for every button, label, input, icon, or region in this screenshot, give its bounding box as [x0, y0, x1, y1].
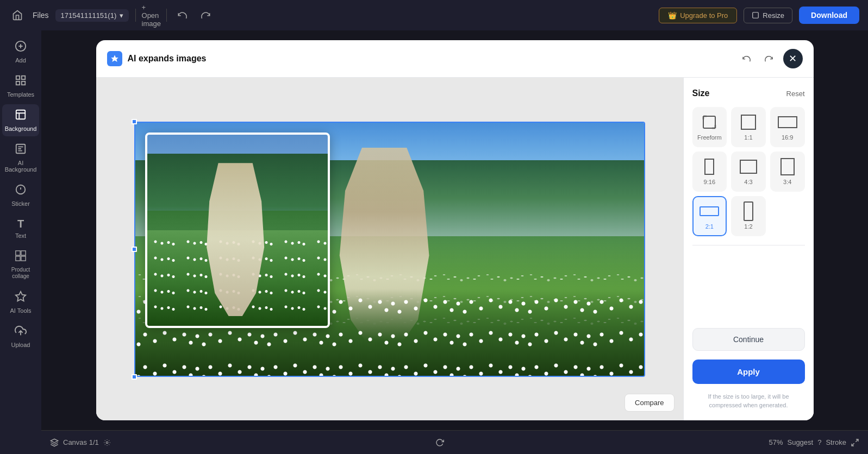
sidebar-item-label: Background: [5, 125, 37, 132]
help-icon[interactable]: ?: [817, 438, 821, 446]
bottom-bar-right: 57% Suggest ? Stroke: [769, 438, 859, 447]
modal-undo-button[interactable]: [738, 50, 755, 67]
divider-2: [166, 9, 167, 22]
3-4-icon: [777, 158, 798, 175]
16-9-icon: [777, 114, 798, 131]
filename-badge[interactable]: 171541111151(1) ▾: [55, 9, 129, 22]
svg-rect-14: [21, 256, 26, 261]
sidebar-item-upload[interactable]: Upload: [2, 320, 39, 352]
svg-rect-12: [21, 251, 26, 255]
suggest-label[interactable]: Suggest: [787, 438, 813, 446]
panel-reset-button[interactable]: Reset: [786, 90, 805, 98]
product-collage-icon: [15, 250, 27, 264]
modal-right-panel: Size Reset Freeform: [683, 78, 814, 420]
ai-background-icon: [15, 143, 27, 157]
canvas-label: Canvas 1/1: [63, 438, 99, 446]
size-option-9-16[interactable]: 9:16: [692, 152, 727, 192]
sidebar-item-label: AI Tools: [10, 307, 32, 314]
size-option-3-4[interactable]: 3:4: [770, 152, 805, 192]
modal-redo-button[interactable]: [760, 50, 778, 67]
apply-button[interactable]: Apply: [692, 360, 805, 384]
divider-1: [135, 9, 136, 22]
size-option-freeform[interactable]: Freeform: [692, 107, 727, 147]
text-icon: T: [17, 218, 24, 230]
resize-button[interactable]: Resize: [744, 8, 792, 23]
sidebar-item-text[interactable]: T Text: [2, 213, 39, 243]
sidebar-item-ai-background[interactable]: AI Background: [2, 138, 39, 177]
panel-title: Size: [692, 89, 710, 98]
background-icon: [15, 109, 27, 123]
svg-rect-7: [16, 81, 20, 85]
templates-icon: [15, 74, 27, 89]
1-1-icon: [738, 114, 759, 131]
size-option-9-16-label: 9:16: [704, 179, 715, 185]
sidebar-item-sticker[interactable]: Sticker: [2, 179, 39, 211]
home-button[interactable]: [9, 7, 26, 24]
upgrade-button[interactable]: 👑 Upgrade to Pro: [659, 8, 737, 23]
stroke-label[interactable]: Stroke: [826, 438, 846, 446]
canvas-settings-icon[interactable]: [103, 439, 111, 446]
layers-icon: [50, 438, 59, 447]
svg-marker-15: [16, 292, 26, 301]
upload-icon: [15, 325, 27, 339]
selection-handle-ml[interactable]: [132, 247, 137, 252]
size-option-1-1[interactable]: 1:1: [731, 107, 766, 147]
sidebar-item-label: AI Background: [4, 160, 37, 173]
svg-rect-13: [16, 256, 20, 261]
size-option-16-9-label: 16:9: [782, 134, 793, 141]
svg-marker-17: [51, 439, 58, 443]
size-option-4-3[interactable]: 4:3: [731, 152, 766, 192]
download-button[interactable]: Download: [799, 7, 859, 24]
svg-point-18: [106, 442, 108, 444]
spacer: [692, 254, 805, 319]
sidebar-item-product-collage[interactable]: Product collage: [2, 245, 39, 284]
size-option-1-2[interactable]: 1:2: [731, 196, 766, 236]
top-bar: Files 171541111151(1) ▾ + Open image 👑 U…: [0, 0, 868, 30]
svg-line-19: [855, 439, 858, 442]
sidebar-item-add[interactable]: Add: [2, 36, 39, 68]
add-icon: [15, 40, 27, 55]
svg-rect-0: [753, 12, 759, 18]
original-thumbnail: [145, 133, 330, 328]
continue-button[interactable]: Continue: [692, 328, 805, 351]
sidebar-item-label: Product collage: [4, 267, 37, 280]
panel-header: Size Reset: [692, 89, 805, 98]
ai-expands-modal: AI expands images ✕: [96, 40, 814, 420]
compare-button[interactable]: Compare: [625, 394, 674, 412]
sticker-icon: [15, 184, 27, 198]
size-option-freeform-label: Freeform: [697, 134, 722, 141]
size-option-3-4-label: 3:4: [783, 179, 791, 185]
sidebar-item-templates[interactable]: Templates: [2, 70, 39, 102]
svg-rect-22: [703, 116, 715, 128]
size-option-2-1-label: 2:1: [705, 223, 714, 230]
left-sidebar: Add Templates Background AI Background S…: [0, 30, 41, 454]
freeform-icon: [698, 114, 720, 131]
size-option-16-9[interactable]: 16:9: [770, 107, 805, 147]
redo-button[interactable]: [197, 7, 215, 24]
refresh-icon[interactable]: [435, 438, 444, 447]
size-grid: Freeform 1:1 16:9: [692, 107, 805, 236]
expand-icon: [851, 438, 859, 447]
size-option-4-3-label: 4:3: [744, 179, 752, 185]
svg-rect-5: [22, 76, 25, 79]
sidebar-item-label: Add: [15, 57, 26, 64]
9-16-icon: [698, 158, 720, 175]
svg-rect-4: [16, 76, 20, 79]
sidebar-item-label: Upload: [11, 342, 30, 348]
selection-handle-bl[interactable]: [132, 374, 137, 380]
size-option-1-1-label: 1:1: [744, 134, 752, 141]
size-option-2-1[interactable]: 2:1: [692, 196, 727, 236]
bottom-bar-center: [117, 438, 763, 447]
modal-close-button[interactable]: ✕: [783, 49, 803, 68]
1-2-icon: [738, 203, 759, 220]
zoom-label[interactable]: 57%: [769, 438, 783, 446]
bottom-bar: Canvas 1/1 57% Suggest ? Stroke: [41, 430, 868, 454]
selection-handle-tl[interactable]: [132, 119, 137, 124]
sidebar-item-ai-tools[interactable]: AI Tools: [2, 286, 39, 318]
files-label[interactable]: Files: [33, 11, 49, 20]
undo-button[interactable]: [173, 7, 191, 24]
modal-body: Compare Size Reset: [96, 78, 814, 420]
open-image-button[interactable]: + Open image: [142, 7, 160, 24]
modal-overlay: AI expands images ✕: [41, 30, 868, 430]
sidebar-item-background[interactable]: Background: [2, 104, 39, 136]
